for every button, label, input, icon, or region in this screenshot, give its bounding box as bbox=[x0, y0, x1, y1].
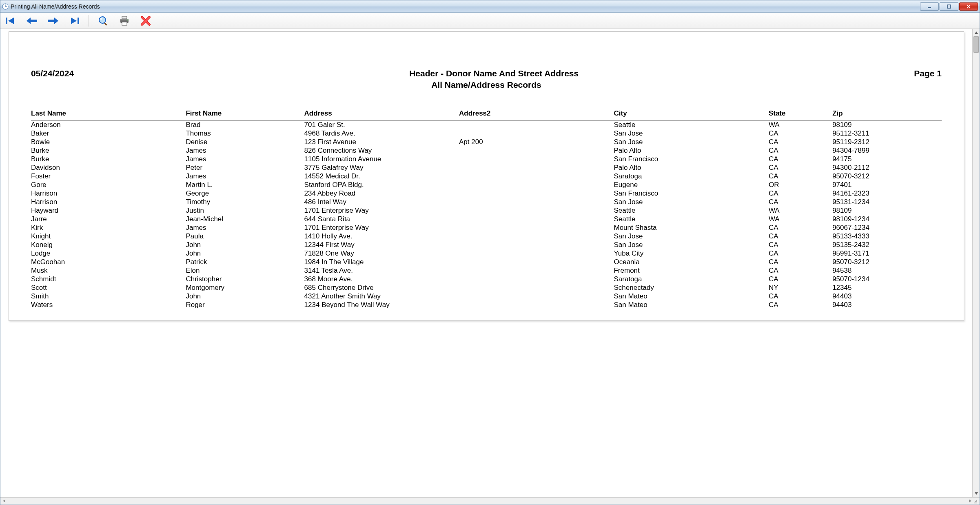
vertical-scrollbar[interactable] bbox=[972, 29, 980, 497]
cell-first: John bbox=[186, 240, 304, 249]
last-page-button[interactable] bbox=[67, 14, 81, 28]
window-controls bbox=[920, 2, 978, 11]
cell-addr2 bbox=[459, 198, 614, 206]
cell-last: Harrison bbox=[31, 198, 186, 206]
cell-addr: 3775 Galafrey Way bbox=[304, 163, 459, 172]
cell-addr: 4321 Another Smith Way bbox=[304, 292, 459, 300]
cell-addr: 234 Abbey Road bbox=[304, 189, 459, 198]
table-row: ScottMontgomery685 Cherrystone DriveSche… bbox=[31, 283, 942, 292]
cell-addr2 bbox=[459, 240, 614, 249]
scroll-thumb[interactable] bbox=[973, 36, 979, 53]
svg-rect-21 bbox=[122, 22, 127, 25]
cell-zip: 94403 bbox=[832, 300, 942, 309]
cell-last: Burke bbox=[31, 155, 186, 163]
cell-last: Foster bbox=[31, 172, 186, 180]
resize-grip-icon[interactable] bbox=[972, 498, 978, 504]
cell-addr2 bbox=[459, 120, 614, 129]
cell-addr2 bbox=[459, 275, 614, 283]
col-city: City bbox=[614, 109, 768, 120]
cell-addr: 1105 Information Avenue bbox=[304, 155, 459, 163]
table-row: JarreJean-Michel644 Santa RitaSeattleWA9… bbox=[31, 215, 942, 223]
cell-state: CA bbox=[769, 223, 832, 232]
cell-first: Martin L. bbox=[186, 180, 304, 189]
cell-zip: 95133-4333 bbox=[832, 232, 942, 240]
cancel-button[interactable] bbox=[139, 14, 153, 28]
cell-zip: 95070-3212 bbox=[832, 258, 942, 266]
svg-rect-7 bbox=[6, 18, 7, 24]
svg-rect-18 bbox=[122, 16, 127, 19]
cell-state: CA bbox=[769, 258, 832, 266]
page-viewport[interactable]: 05/24/2024 Header - Donor Name And Stree… bbox=[0, 29, 972, 497]
cell-addr: 3141 Tesla Ave. bbox=[304, 266, 459, 275]
cell-zip: 96067-1234 bbox=[832, 223, 942, 232]
maximize-button[interactable] bbox=[940, 2, 958, 11]
cell-zip: 94161-2323 bbox=[832, 189, 942, 198]
cell-zip: 98109 bbox=[832, 120, 942, 129]
previous-page-button[interactable] bbox=[25, 14, 39, 28]
cell-first: Timothy bbox=[186, 198, 304, 206]
svg-rect-3 bbox=[928, 7, 931, 8]
first-page-button[interactable] bbox=[4, 14, 18, 28]
cell-first: George bbox=[186, 189, 304, 198]
cell-state: CA bbox=[769, 163, 832, 172]
cell-last: Scott bbox=[31, 283, 186, 292]
cell-city: Seattle bbox=[614, 120, 768, 129]
cell-city: Saratoga bbox=[614, 172, 768, 180]
scroll-down-icon[interactable] bbox=[973, 490, 980, 497]
scroll-right-icon[interactable] bbox=[968, 499, 972, 504]
cell-addr2 bbox=[459, 292, 614, 300]
cell-state: CA bbox=[769, 292, 832, 300]
next-page-button[interactable] bbox=[46, 14, 60, 28]
table-row: SchmidtChristopher368 Moore Ave.Saratoga… bbox=[31, 275, 942, 283]
scroll-up-icon[interactable] bbox=[973, 29, 980, 36]
cell-addr: 14552 Medical Dr. bbox=[304, 172, 459, 180]
cell-zip: 94538 bbox=[832, 266, 942, 275]
report-date: 05/24/2024 bbox=[31, 69, 74, 78]
cell-state: CA bbox=[769, 266, 832, 275]
svg-point-32 bbox=[976, 503, 977, 503]
table-row: HarrisonTimothy486 Intel WaySan JoseCA95… bbox=[31, 198, 942, 206]
cell-state: CA bbox=[769, 249, 832, 258]
cell-last: Koneig bbox=[31, 240, 186, 249]
svg-marker-25 bbox=[3, 499, 5, 503]
table-row: BowieDenise123 First AvenueApt 200San Jo… bbox=[31, 138, 942, 146]
cell-first: Justin bbox=[186, 206, 304, 215]
zoom-button[interactable] bbox=[96, 14, 110, 28]
svg-marker-23 bbox=[975, 31, 978, 34]
cell-state: CA bbox=[769, 155, 832, 163]
cell-first: Denise bbox=[186, 138, 304, 146]
horizontal-scrollbar[interactable] bbox=[0, 497, 980, 505]
col-addr: Address bbox=[304, 109, 459, 120]
print-button[interactable] bbox=[118, 14, 131, 28]
cell-first: Paula bbox=[186, 232, 304, 240]
svg-marker-26 bbox=[969, 499, 971, 503]
page-number: Page 1 bbox=[914, 69, 942, 78]
cell-state: CA bbox=[769, 129, 832, 138]
cell-addr2 bbox=[459, 172, 614, 180]
report-title: Header - Donor Name And Street Address bbox=[74, 69, 914, 78]
svg-rect-17 bbox=[104, 22, 107, 26]
minimize-button[interactable] bbox=[920, 2, 939, 11]
table-row: FosterJames14552 Medical Dr.SaratogaCA95… bbox=[31, 172, 942, 180]
svg-rect-11 bbox=[48, 20, 55, 22]
cell-first: Montgomery bbox=[186, 283, 304, 292]
cell-addr2 bbox=[459, 129, 614, 138]
cell-addr: 1701 Enterprise Way bbox=[304, 223, 459, 232]
cell-city: San Francisco bbox=[614, 155, 768, 163]
report-table: Last Name First Name Address Address2 Ci… bbox=[31, 109, 942, 309]
scroll-left-icon[interactable] bbox=[2, 499, 6, 504]
table-row: KirkJames1701 Enterprise WayMount Shasta… bbox=[31, 223, 942, 232]
cell-zip: 94175 bbox=[832, 155, 942, 163]
cell-last: Waters bbox=[31, 300, 186, 309]
app-icon bbox=[2, 3, 9, 10]
svg-point-16 bbox=[100, 18, 102, 20]
toolbar-separator bbox=[89, 15, 89, 27]
cell-first: Christopher bbox=[186, 275, 304, 283]
close-button[interactable] bbox=[959, 2, 978, 11]
cell-addr2 bbox=[459, 206, 614, 215]
report-subtitle: All Name/Address Records bbox=[31, 80, 942, 90]
titlebar[interactable]: Printing All Name/Address Records bbox=[0, 0, 980, 13]
cell-first: James bbox=[186, 223, 304, 232]
cell-state: CA bbox=[769, 275, 832, 283]
col-first: First Name bbox=[186, 109, 304, 120]
